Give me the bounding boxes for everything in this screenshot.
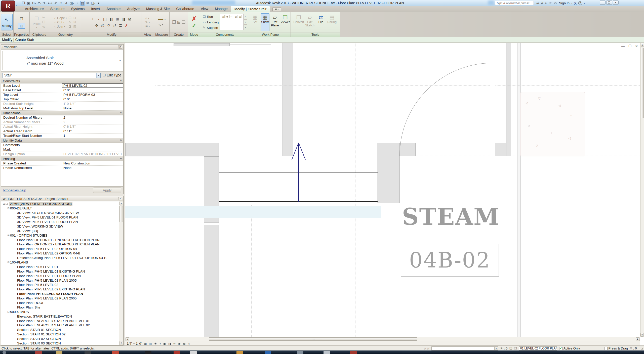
clipboard-icon[interactable]: ✂ bbox=[42, 15, 46, 19]
property-row[interactable]: Actual Tread Depth 0' 11" bbox=[1, 129, 123, 134]
expander-icon[interactable]: ⊟ bbox=[7, 234, 10, 237]
search-icon[interactable]: ∞ bbox=[536, 1, 539, 5]
ribbon-tab[interactable]: View bbox=[197, 6, 212, 12]
tree-folder[interactable]: ⊟ 001 - OPTION STUDIES bbox=[1, 233, 119, 238]
property-row[interactable]: Base Offset 0' 0" bbox=[1, 88, 123, 93]
tree-view-item[interactable]: Section: STAIR 01 SECTION bbox=[1, 328, 119, 332]
edit-sketch-button[interactable]: ▱Edit Sketch bbox=[305, 13, 315, 31]
main-model-icon[interactable]: ❐ bbox=[514, 347, 517, 350]
restore-button[interactable]: ❐ bbox=[606, 1, 612, 5]
edit-type-button[interactable]: ❐Edit Type bbox=[102, 73, 122, 77]
ribbon-tab[interactable]: Structure bbox=[47, 6, 68, 12]
type-properties-icon[interactable]: ❐ bbox=[18, 16, 25, 22]
ribbon-tab[interactable]: Massing & Site bbox=[143, 6, 173, 12]
press-drag-checkbox[interactable]: Press & Drag bbox=[604, 346, 628, 350]
scroll-left-icon[interactable]: ◀ bbox=[126, 337, 129, 341]
tree-view-item[interactable]: Floor Plan: ROOF bbox=[1, 301, 119, 305]
favorites-icon[interactable]: ☆ bbox=[549, 1, 552, 5]
tree-view-item[interactable]: Floor Plan: PH-5 LEVEL 01 bbox=[1, 264, 119, 269]
switch-windows-icon[interactable]: ❏ bbox=[91, 1, 96, 6]
create-icon[interactable]: ⊞ bbox=[177, 20, 180, 25]
ribbon-tab[interactable]: Insert bbox=[88, 6, 103, 12]
section-icon[interactable]: ◔ bbox=[75, 1, 79, 6]
property-row[interactable]: Phase Created New Construction bbox=[1, 161, 123, 166]
set-button[interactable]: ▦Set bbox=[251, 13, 260, 31]
tree-view-item[interactable]: Floor Plan: OPTION 01 - ENLARGED KITCHEN… bbox=[1, 238, 119, 242]
taskbar-app-sliver[interactable] bbox=[85, 351, 91, 354]
exchange-apps-icon[interactable]: X bbox=[574, 1, 577, 5]
view-lightbulb-icon[interactable]: ○▾ bbox=[145, 16, 150, 20]
help-icon[interactable]: ? bbox=[578, 1, 582, 5]
filter-icon[interactable]: ▽ bbox=[630, 347, 632, 350]
sign-in-button[interactable]: Sign In bbox=[559, 1, 570, 5]
tree-root-views[interactable]: ⊟ ❏ Views (VIEW FOLDER ORGANIZATION) bbox=[1, 202, 119, 206]
ribbon-tab[interactable]: Annotate bbox=[103, 6, 124, 12]
property-group-header[interactable]: Constraints^ bbox=[1, 79, 123, 83]
room-number-tag[interactable]: 04B-02 bbox=[401, 244, 499, 277]
design-option-combo[interactable]: 01 LEVEL 02 FLOOR PLAN▾ bbox=[519, 346, 557, 350]
tree-view-item[interactable]: Section: STAIR 03 SECTION bbox=[1, 341, 119, 345]
modify-tool-button[interactable]: ↖Modify bbox=[1, 14, 13, 30]
property-group-header[interactable]: Phasing^ bbox=[1, 156, 123, 161]
property-row[interactable]: Multistory Top Level None bbox=[1, 106, 123, 111]
qat-customize-icon[interactable]: ▾ bbox=[96, 1, 101, 6]
properties-palette-toggle-icon[interactable]: ▤ bbox=[18, 23, 25, 29]
element-filter-combo[interactable]: Stair▾ bbox=[3, 73, 101, 78]
type-selector-caret-icon[interactable]: ▾ bbox=[119, 59, 121, 62]
run-button[interactable]: ❏Run bbox=[203, 14, 219, 19]
property-row[interactable]: Desired Number of Risers 2 bbox=[1, 115, 123, 120]
stair-component-thumb[interactable]: ▤ bbox=[221, 15, 225, 18]
geometry-icon[interactable]: ❏ bbox=[68, 16, 72, 20]
split-icon[interactable]: ◨ bbox=[122, 17, 125, 21]
tree-view-item[interactable]: Floor Plan: PH-5 LEVEL 02 OPTION 04-B bbox=[1, 251, 119, 256]
active-only-checkbox[interactable]: ✓Active Only bbox=[559, 346, 580, 350]
property-group-header[interactable]: Identity Data^ bbox=[1, 138, 123, 143]
dimension-icon[interactable]: ⟷ bbox=[48, 1, 53, 6]
tree-view-item[interactable]: Reflected Ceiling Plan: PH-5 LEVEL 01 RC… bbox=[1, 256, 119, 260]
tree-view-item[interactable]: Elevation: STAIR EAST ELEVATION bbox=[1, 314, 119, 319]
show-button[interactable]: ▦Show bbox=[261, 13, 270, 31]
convert-button[interactable]: ❏Convert bbox=[294, 13, 304, 31]
taskbar-app-sliver[interactable] bbox=[112, 351, 119, 354]
sign-in-caret-icon[interactable]: ▾ bbox=[571, 2, 572, 4]
finish-stair-button[interactable]: ✓ bbox=[192, 23, 196, 28]
scroll-down-icon[interactable]: ▼ bbox=[640, 333, 644, 337]
taskbar-app-sliver[interactable] bbox=[3, 351, 6, 354]
taskbar-app-sliver[interactable] bbox=[324, 351, 330, 354]
collapse-icon[interactable]: ◂ bbox=[188, 342, 189, 345]
tree-view-item[interactable]: Floor Plan: Site bbox=[1, 305, 119, 309]
properties-help-link[interactable]: Properties help bbox=[3, 188, 26, 192]
scrollbar-thumb[interactable]: ∙∙∙∙ bbox=[209, 337, 417, 341]
delete-icon[interactable]: ✗ bbox=[125, 23, 128, 28]
property-row[interactable]: Comments bbox=[1, 143, 123, 147]
create-icon[interactable]: ❒ bbox=[172, 20, 176, 25]
array-icon[interactable]: ⊞ bbox=[116, 17, 119, 21]
resize-grip-icon[interactable]: ◢ bbox=[641, 347, 643, 350]
tree-view-item[interactable]: Floor Plan: PH-5 LEVEL 02 FLOOR PLAN bbox=[1, 292, 119, 296]
unpin-icon[interactable]: ⊠ bbox=[128, 17, 132, 21]
tree-folder[interactable]: ⊟ 000-DEFAULT bbox=[1, 206, 119, 211]
close-icon[interactable]: ✕ bbox=[118, 45, 122, 49]
ribbon-tab[interactable]: Manage bbox=[212, 6, 231, 12]
analytical-model-icon[interactable]: ▩ bbox=[183, 342, 185, 345]
tree-view-item[interactable]: Floor Plan: ENLARGED STAIR PLAN LEVEL 01 bbox=[1, 319, 119, 323]
view-close-icon[interactable]: ✕ bbox=[635, 44, 638, 48]
save-icon[interactable]: ▣ bbox=[26, 1, 31, 6]
drawing-canvas[interactable]: ◃▿ ◃▫ ▹◦ ◃▿ STEAM 04B-02 — ❐ ✕ bbox=[125, 43, 640, 337]
visual-style-icon[interactable]: ◫ bbox=[149, 342, 152, 345]
landing-button[interactable]: ▭Landing bbox=[203, 20, 219, 25]
railing-button[interactable]: ▤Railing bbox=[327, 13, 337, 31]
geometry-icon[interactable]: ⊟ bbox=[73, 16, 77, 20]
property-row[interactable]: Top Level PH-5 PLATFORM 03 bbox=[1, 93, 123, 97]
tree-view-item[interactable]: Floor Plan: PH-5 LEVEL 01 PLAN 2005 bbox=[1, 278, 119, 283]
property-row[interactable]: Actual Riser Height 0' 6 1/8" bbox=[1, 124, 123, 129]
default-3d-view-icon[interactable]: ◳ bbox=[69, 1, 74, 6]
stair-component-thumb[interactable]: ▨ bbox=[234, 15, 237, 18]
join-button[interactable]: ◌Join▾ bbox=[54, 25, 67, 28]
tag-icon[interactable]: ⌖ bbox=[59, 1, 63, 6]
room-name-label[interactable]: STEAM bbox=[402, 205, 496, 228]
tree-view-item[interactable]: 3D View: PH-5 LEVEL 02 FLOOR PLAN bbox=[1, 220, 119, 224]
flip-button[interactable]: ⇄Flip bbox=[316, 13, 326, 31]
scroll-right-icon[interactable]: ▶ bbox=[636, 337, 640, 341]
offset-icon[interactable]: ⌐ bbox=[98, 17, 101, 21]
